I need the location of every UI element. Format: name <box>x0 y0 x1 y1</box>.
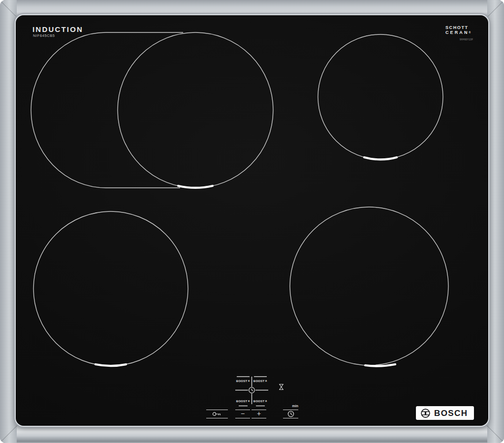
bosch-wordmark: BOSCH <box>434 409 468 417</box>
bosch-induction-cooktop: INDUCTION NIF645CB5 SCHOTT CERAN® 9XH60Y… <box>0 0 504 443</box>
child-lock-key[interactable] <box>206 410 228 418</box>
timer-key[interactable] <box>283 410 298 418</box>
model-number-label: NIF645CB5 <box>33 33 55 38</box>
plus-glyph: + <box>257 410 261 418</box>
power-plus-key[interactable]: + <box>252 410 266 418</box>
minus-glyph: − <box>241 410 245 418</box>
steel-frame-bottom <box>0 425 504 443</box>
zone-select-key-rear-right[interactable]: BOOST» <box>252 378 268 384</box>
clock-icon <box>287 411 294 417</box>
steel-frame-top <box>0 0 504 17</box>
bosch-logo-badge: BOSCH <box>416 406 474 420</box>
bosch-armature-icon <box>420 408 431 418</box>
power-minus-key[interactable]: − <box>235 410 250 418</box>
zone-select-key-front-right[interactable]: BOOST» <box>252 398 268 404</box>
key-icon <box>212 412 222 416</box>
zone-select-key-rear-left[interactable]: BOOST» <box>235 378 251 384</box>
glass-serial-code: 9XH60Y13F <box>460 38 473 41</box>
boost-label: BOOST <box>236 380 248 383</box>
schott-ceran-line1: SCHOTT <box>445 26 471 30</box>
steel-frame-left <box>0 0 17 443</box>
boost-label: BOOST <box>236 400 248 403</box>
schott-ceran-logo: SCHOTT CERAN® <box>445 26 471 34</box>
power-boost-icon: » <box>247 400 251 402</box>
ceramic-glass-surface <box>16 15 488 426</box>
timer-min-label: min <box>283 404 298 408</box>
schott-ceran-line2: CERAN® <box>445 30 471 35</box>
power-boost-icon: » <box>264 380 268 382</box>
zone-select-key-front-left[interactable]: BOOST» <box>235 398 251 404</box>
boost-label: BOOST <box>253 380 265 383</box>
registered-trademark-symbol: ® <box>469 31 471 34</box>
induction-label: INDUCTION <box>32 25 83 33</box>
power-boost-icon: » <box>247 380 251 382</box>
boost-label: BOOST <box>253 400 265 403</box>
steel-frame-right <box>487 0 504 443</box>
power-boost-icon: » <box>264 400 268 402</box>
